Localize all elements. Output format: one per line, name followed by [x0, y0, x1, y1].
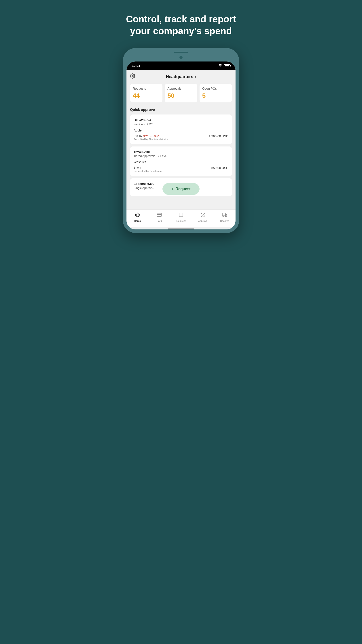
- status-bar: 12:21: [126, 62, 236, 70]
- card-1-title: Bill #23 - V4: [134, 118, 228, 122]
- fab-label: Request: [175, 187, 190, 191]
- fab-plus-icon: +: [171, 187, 174, 191]
- approval-card-1[interactable]: Bill #23 - V4 Invoice #: 2323 Apple Due …: [130, 114, 232, 144]
- request-fab-button[interactable]: + Request: [162, 183, 199, 195]
- card-1-submitted: Submitted by Site Administrator: [134, 138, 168, 141]
- approval-card-2[interactable]: Travel #101 Tiered Approvals - 2 Level W…: [130, 146, 232, 176]
- nav-request[interactable]: Request: [174, 212, 188, 222]
- requests-label: Requests: [133, 87, 160, 90]
- card-2-title: Travel #101: [134, 150, 228, 154]
- svg-rect-8: [222, 213, 225, 216]
- card-1-due-info: Due by Nov 10, 2022 Submitted by Site Ad…: [134, 134, 168, 141]
- svg-rect-2: [157, 213, 161, 217]
- card-2-due-info: 1 item Requested by Bob Adams: [134, 166, 162, 172]
- card-2-footer: 1 item Requested by Bob Adams 550.00 USD: [134, 166, 228, 172]
- bottom-nav: Home Card R: [126, 210, 236, 227]
- svg-point-10: [223, 216, 224, 217]
- svg-point-0: [132, 75, 133, 77]
- stats-row: Requests 44 Approvals 50 Open POs 5: [130, 84, 232, 102]
- card-icon: [157, 212, 162, 219]
- wifi-icon: [218, 64, 222, 68]
- card-1-vendor: Apple: [134, 128, 228, 132]
- nav-approve-label: Approve: [198, 220, 207, 222]
- app-header: Headquarters ▾: [130, 74, 232, 79]
- app-content: Headquarters ▾ Requests 44 Approvals 50 …: [126, 70, 236, 210]
- status-icons: [218, 64, 230, 68]
- phone-shell: 12:21 He: [123, 48, 239, 233]
- nav-approve[interactable]: Approve: [196, 212, 210, 222]
- card-2-vendor: West Jet: [134, 160, 228, 164]
- nav-receive[interactable]: Receive: [218, 212, 231, 222]
- battery-icon: [224, 64, 230, 67]
- approve-icon: [200, 212, 205, 219]
- approvals-value: 50: [167, 92, 194, 99]
- hero-title: Control, track and report your company's…: [118, 14, 244, 37]
- card-3-container: Expense #390 Single Approv... + Request: [130, 178, 232, 196]
- nav-home[interactable]: Home: [131, 212, 144, 222]
- open-pos-label: Open POs: [202, 87, 229, 90]
- nav-card-label: Card: [156, 220, 162, 222]
- receive-icon: [222, 212, 227, 219]
- requests-value: 44: [133, 92, 160, 99]
- card-1-amount: 1,366.00 USD: [209, 134, 228, 138]
- card-2-amount: 550.00 USD: [211, 166, 228, 170]
- fab-container: + Request: [130, 181, 232, 198]
- nav-receive-label: Receive: [220, 220, 229, 222]
- card-1-due: Due by Nov 10, 2022: [134, 134, 168, 138]
- request-icon: [179, 212, 183, 219]
- card-1-due-date: Nov 10, 2022: [143, 134, 159, 138]
- approvals-label: Approvals: [167, 87, 194, 90]
- approvals-card[interactable]: Approvals 50: [165, 84, 197, 102]
- chevron-down-icon: ▾: [195, 75, 196, 78]
- nav-card[interactable]: Card: [152, 212, 166, 222]
- phone-camera: [179, 56, 183, 59]
- card-2-subtitle: Tiered Approvals - 2 Level: [134, 154, 228, 158]
- home-icon: [135, 212, 140, 219]
- quick-approve-label: Quick approve: [130, 108, 232, 112]
- home-bar: [168, 228, 194, 230]
- open-pos-value: 5: [202, 92, 229, 99]
- settings-button[interactable]: [130, 73, 135, 80]
- card-2-items: 1 item: [134, 166, 162, 169]
- nav-home-label: Home: [134, 220, 141, 222]
- phone-screen: 12:21 He: [126, 62, 236, 230]
- nav-request-label: Request: [176, 220, 185, 222]
- open-pos-card[interactable]: Open POs 5: [200, 84, 232, 102]
- location-name: Headquarters: [166, 74, 193, 79]
- card-2-submitted: Requested by Bob Adams: [134, 170, 162, 172]
- gear-icon: [130, 73, 135, 79]
- svg-point-11: [225, 216, 227, 217]
- requests-card[interactable]: Requests 44: [130, 84, 162, 102]
- svg-marker-9: [225, 214, 227, 216]
- card-1-footer: Due by Nov 10, 2022 Submitted by Site Ad…: [134, 134, 228, 141]
- clock: 12:21: [132, 64, 140, 68]
- location-selector[interactable]: Headquarters ▾: [166, 74, 196, 79]
- card-1-subtitle: Invoice #: 2323: [134, 122, 228, 126]
